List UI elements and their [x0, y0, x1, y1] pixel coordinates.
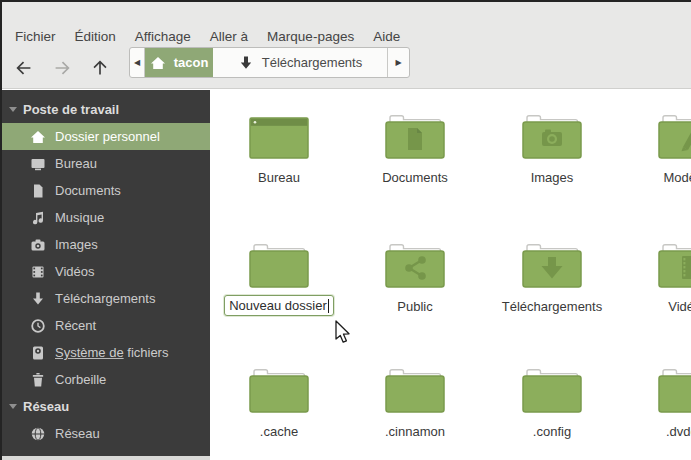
- menubar: Fichier Édition Affichage Aller à Marque…: [2, 2, 691, 52]
- sidebar-item-label: Dossier personnel: [55, 129, 160, 144]
- sidebar-item-label: Réseau: [55, 426, 100, 441]
- menu-aller-a[interactable]: Aller à: [210, 29, 248, 44]
- sidebar-item-telechargements[interactable]: Téléchargements: [2, 285, 210, 312]
- sidebar-item-systeme-de-fichiers[interactable]: Système de fichiers: [2, 339, 210, 366]
- trash-icon: [30, 372, 46, 388]
- sidebar-item-label: Récent: [55, 318, 96, 333]
- sidebar-item-label: Musique: [55, 210, 104, 225]
- expander-triangle-icon: [9, 107, 17, 112]
- folder-documents-icon: [383, 111, 447, 161]
- sidebar-item-bureau[interactable]: Bureau: [2, 150, 210, 177]
- file-item-telechargements[interactable]: Téléchargements: [485, 240, 619, 314]
- sidebar-item-label-rest: fichiers: [124, 345, 169, 360]
- sidebar-item-videos[interactable]: Vidéos: [2, 258, 210, 285]
- forward-button[interactable]: [49, 54, 75, 82]
- file-label: .cinnamon: [348, 424, 482, 439]
- breadcrumb: ◀ tacon Téléchargements ▶: [129, 47, 410, 78]
- file-item-documents[interactable]: Documents: [348, 111, 482, 185]
- sidebar-item-label: Téléchargements: [55, 291, 155, 306]
- sidebar-item-reseau[interactable]: Réseau: [2, 420, 210, 447]
- menu-marque-pages[interactable]: Marque-pages: [267, 29, 354, 44]
- folder-templates-icon: [656, 111, 691, 161]
- sidebar-section-reseau[interactable]: Réseau: [2, 393, 210, 420]
- folder-videos-icon: [656, 240, 691, 290]
- forward-arrow-icon: [51, 57, 73, 79]
- file-item-dvdcss[interactable]: .dvdcss: [621, 365, 691, 439]
- breadcrumb-label: tacon: [174, 55, 209, 70]
- file-item-public[interactable]: Public: [348, 240, 482, 314]
- sidebar-section-poste-de-travail[interactable]: Poste de travail: [2, 96, 210, 123]
- file-label: Téléchargements: [485, 299, 619, 314]
- file-manager-window: Fichier Édition Affichage Aller à Marque…: [0, 0, 691, 460]
- file-item-bureau[interactable]: Bureau: [212, 111, 346, 185]
- folder-icon: [520, 365, 584, 415]
- rename-input[interactable]: Nouveau dossier: [224, 295, 334, 316]
- breadcrumb-home-tacon[interactable]: tacon: [145, 48, 213, 77]
- breadcrumb-scroll-right-button[interactable]: ▶: [387, 48, 409, 77]
- sidebar-item-dossier-personnel[interactable]: Dossier personnel: [2, 123, 210, 150]
- sidebar-section-label: Réseau: [23, 399, 69, 414]
- mouse-cursor: [332, 319, 350, 346]
- file-label: .config: [485, 424, 619, 439]
- sidebar-item-label: Vidéos: [55, 264, 95, 279]
- sidebar-item-label: Corbeille: [55, 372, 106, 387]
- file-item-videos[interactable]: Vidéos: [621, 240, 691, 314]
- desktop-window-icon: [247, 111, 311, 161]
- folder-public-icon: [383, 240, 447, 290]
- sidebar-item-images[interactable]: Images: [2, 231, 210, 258]
- file-label: Public: [348, 299, 482, 314]
- file-label: Documents: [348, 170, 482, 185]
- file-grid: Bureau Documents Images Modèles Nouveau …: [210, 90, 691, 460]
- globe-icon: [30, 426, 46, 442]
- folder-downloads-icon: [520, 240, 584, 290]
- menu-edition[interactable]: Édition: [75, 29, 116, 44]
- file-label: Modèles: [621, 170, 691, 185]
- folder-icon: [383, 365, 447, 415]
- back-arrow-icon: [13, 57, 35, 79]
- menu-aide[interactable]: Aide: [373, 29, 400, 44]
- desktop-icon: [30, 156, 46, 172]
- file-label: .cache: [212, 424, 346, 439]
- back-button[interactable]: [11, 54, 37, 82]
- breadcrumb-scroll-left-button[interactable]: ◀: [130, 48, 145, 77]
- drive-icon: [30, 345, 46, 361]
- up-arrow-icon: [89, 57, 111, 79]
- expander-triangle-icon: [9, 404, 17, 409]
- header-bar: Fichier Édition Affichage Aller à Marque…: [2, 2, 691, 89]
- window-bottom-edge: [2, 456, 210, 460]
- sidebar-item-label: Bureau: [55, 156, 97, 171]
- sidebar-item-documents[interactable]: Documents: [2, 177, 210, 204]
- file-item-images[interactable]: Images: [485, 111, 619, 185]
- file-item-config[interactable]: .config: [485, 365, 619, 439]
- sidebar-item-recent[interactable]: Récent: [2, 312, 210, 339]
- camera-icon: [30, 237, 46, 253]
- menu-fichier[interactable]: Fichier: [15, 29, 56, 44]
- sidebar-item-corbeille[interactable]: Corbeille: [2, 366, 210, 393]
- sidebar-item-label-underlined: Système de: [55, 345, 124, 360]
- download-icon: [238, 55, 254, 71]
- menu-affichage[interactable]: Affichage: [135, 29, 191, 44]
- sidebar-item-label: Système de fichiers: [55, 345, 168, 360]
- file-label: .dvdcss: [621, 424, 691, 439]
- home-icon: [30, 129, 46, 145]
- text-caret: [328, 299, 329, 313]
- toolbar: ◀ tacon Téléchargements ▶: [2, 52, 691, 89]
- breadcrumb-telechargements[interactable]: Téléchargements: [213, 48, 387, 77]
- file-label: Vidéos: [621, 299, 691, 314]
- up-button[interactable]: [87, 54, 113, 82]
- file-item-modeles[interactable]: Modèles: [621, 111, 691, 185]
- sidebar-item-label: Images: [55, 237, 98, 252]
- folder-icon: [247, 240, 311, 290]
- file-item-cinnamon[interactable]: .cinnamon: [348, 365, 482, 439]
- file-item-nouveau-dossier[interactable]: Nouveau dossier: [212, 240, 346, 316]
- file-item-cache[interactable]: .cache: [212, 365, 346, 439]
- document-icon: [30, 183, 46, 199]
- file-label: Bureau: [212, 170, 346, 185]
- home-icon: [150, 55, 166, 71]
- sidebar-item-musique[interactable]: Musique: [2, 204, 210, 231]
- sidebar-item-label: Documents: [55, 183, 121, 198]
- music-note-icon: [30, 210, 46, 226]
- folder-icon: [656, 365, 691, 415]
- rename-text: Nouveau dossier: [229, 298, 327, 313]
- download-icon: [30, 291, 46, 307]
